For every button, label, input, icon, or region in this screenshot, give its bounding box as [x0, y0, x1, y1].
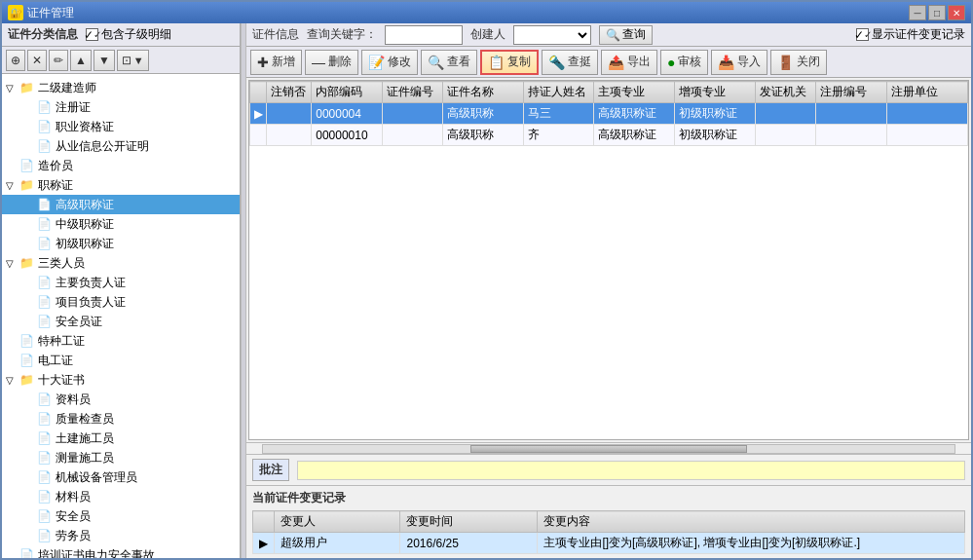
search-icon: 🔍 [606, 28, 620, 42]
table-cell [382, 103, 442, 125]
tree-item-1[interactable]: ▽📁二级建造师 [2, 78, 240, 97]
table-cell: 齐 [523, 125, 594, 146]
tree-item-label: 特种工证 [38, 333, 85, 350]
audit-button[interactable]: ● 审核 [660, 50, 708, 75]
cert-table: 注销否内部编码证件编号证件名称持证人姓名主项专业增项专业发证机关注册编号注册单位… [249, 81, 968, 146]
tree-add-icon: ⊕ [11, 54, 20, 67]
tree-item-16[interactable]: ▽📁十大证书 [2, 370, 240, 390]
h-scrollbar-thumb[interactable] [470, 445, 747, 453]
table-cell [756, 125, 816, 146]
records-table: 变更人变更时间变更内容 ▶超级用户2016/6/25主项专业由[]变为[高级职称… [252, 510, 965, 554]
show-records-label[interactable]: ✓ 显示证件变更记录 [856, 26, 965, 43]
view-button[interactable]: 🔍 查看 [421, 50, 477, 75]
window-icon: 🔐 [8, 5, 23, 20]
close-button[interactable]: 🚪 关闭 [770, 50, 827, 75]
tree-item-14[interactable]: 📄特种工证 [2, 331, 240, 351]
cert-table-container[interactable]: 注销否内部编码证件编号证件名称持证人姓名主项专业增项专业发证机关注册编号注册单位… [248, 80, 969, 440]
close-window-button[interactable]: ✕ [948, 5, 965, 20]
tree-item-15[interactable]: 📄电工证 [2, 351, 240, 370]
left-panel-title: 证件分类信息 [8, 26, 78, 43]
folder-icon: 📁 [19, 373, 34, 387]
edit-button[interactable]: 📝 修改 [361, 50, 418, 75]
check-icon: 🔦 [548, 55, 565, 70]
tree-item-5[interactable]: 📄造价员 [2, 156, 240, 175]
tree-item-3[interactable]: 📄职业资格证 [2, 117, 240, 136]
horizontal-scroll-area[interactable] [246, 442, 971, 454]
add-button[interactable]: ✚ 新增 [250, 50, 302, 75]
export-button[interactable]: 📤 导出 [601, 50, 657, 75]
copy-button[interactable]: 📋 复制 [480, 50, 539, 75]
doc-icon: 📄 [37, 431, 52, 445]
table-cell: 初级职称证 [675, 125, 756, 146]
batch-content[interactable] [297, 461, 965, 480]
table-cell: 初级职称证 [675, 103, 756, 125]
table-row[interactable]: ▶0000004高级职称马三高级职称证初级职称证 [250, 103, 968, 125]
records-cell-1: 2016/6/25 [400, 533, 538, 554]
doc-icon: 📄 [19, 548, 34, 558]
tree-item-22[interactable]: 📄材料员 [2, 487, 240, 506]
include-sub-checkbox[interactable]: ✓ [86, 28, 98, 41]
tree-item-2[interactable]: 📄注册证 [2, 97, 240, 117]
left-panel-header: 证件分类信息 ✓ 包含子级明细 [2, 23, 240, 47]
tree-item-19[interactable]: 📄土建施工员 [2, 429, 240, 448]
tree-item-9[interactable]: 📄初级职称证 [2, 234, 240, 253]
doc-icon: 📄 [37, 490, 52, 504]
minimize-button[interactable]: ─ [909, 5, 926, 20]
bottom-sections: 批注 当前证件变更记录 变更人变更时间变更内容 ▶超级用户2016/6/25主项… [246, 454, 971, 558]
tree-item-17[interactable]: 📄资料员 [2, 390, 240, 409]
delete-button[interactable]: — 删除 [305, 50, 358, 75]
check-button[interactable]: 🔦 查挺 [542, 50, 598, 75]
tree-edit-button[interactable]: ✏ [49, 50, 68, 71]
table-cell: 高级职称 [442, 125, 523, 146]
tree-item-label: 从业信息公开证明 [56, 138, 149, 155]
tree-item-10[interactable]: ▽📁三类人员 [2, 253, 240, 273]
left-panel: 证件分类信息 ✓ 包含子级明细 ⊕ ✕ ✏ ▲ [2, 23, 241, 558]
tree-down-button[interactable]: ▼ [94, 50, 115, 71]
query-button[interactable]: 🔍 查询 [599, 25, 653, 45]
tree-new-button[interactable]: ⊕ [6, 50, 25, 71]
h-scrollbar[interactable] [262, 444, 955, 454]
doc-icon: 📄 [19, 354, 34, 367]
tree-item-24[interactable]: 📄劳务员 [2, 526, 240, 545]
include-sub-label[interactable]: ✓ 包含子级明细 [86, 26, 171, 43]
restore-button[interactable]: □ [928, 5, 946, 20]
tree-item-label: 机械设备管理员 [56, 469, 137, 486]
tree-delete-button[interactable]: ✕ [27, 50, 47, 71]
records-row-indicator: ▶ [253, 533, 275, 554]
tree-item-label: 中级职称证 [56, 216, 114, 233]
tree-up-button[interactable]: ▲ [70, 50, 92, 71]
tree-item-20[interactable]: 📄测量施工员 [2, 448, 240, 467]
col-header-5: 持证人姓名 [523, 82, 594, 103]
tree-item-13[interactable]: 📄安全员证 [2, 312, 240, 331]
tree-more-button[interactable]: ⊡ ▼ [117, 50, 149, 71]
tree-item-7[interactable]: 📄高级职称证 [2, 195, 240, 214]
creator-select[interactable] [513, 25, 591, 45]
expand-arrow: ▽ [6, 83, 18, 93]
import-button[interactable]: 📥 导入 [711, 50, 767, 75]
tree-delete-icon: ✕ [32, 54, 42, 67]
tree-container[interactable]: ▽📁二级建造师 📄注册证 📄职业资格证 📄从业信息公开证明 📄造价员▽📁职称证 … [2, 74, 240, 558]
tree-item-21[interactable]: 📄机械设备管理员 [2, 467, 240, 487]
tree-item-8[interactable]: 📄中级职称证 [2, 214, 240, 234]
show-records-checkbox[interactable]: ✓ [856, 28, 869, 41]
records-section: 当前证件变更记录 变更人变更时间变更内容 ▶超级用户2016/6/25主项专业由… [246, 485, 971, 558]
doc-icon: 📄 [37, 276, 52, 289]
tree-item-label: 三类人员 [38, 255, 85, 272]
records-row[interactable]: ▶超级用户2016/6/25主项专业由[]变为[高级职称证], 增项专业由[]变… [253, 533, 965, 554]
tree-item-25[interactable]: 📄培训证书电力安全事故 [2, 545, 240, 558]
col-header-7: 增项专业 [675, 82, 756, 103]
tree-item-4[interactable]: 📄从业信息公开证明 [2, 136, 240, 156]
doc-icon: 📄 [37, 392, 52, 406]
tree-item-12[interactable]: 📄项目负责人证 [2, 292, 240, 312]
tree-item-23[interactable]: 📄安全员 [2, 506, 240, 526]
table-row[interactable]: 00000010高级职称齐高级职称证初级职称证 [250, 125, 968, 146]
show-records-text: 显示证件变更记录 [872, 26, 965, 43]
tree-item-label: 职称证 [38, 177, 73, 194]
title-bar-left: 🔐 证件管理 [8, 5, 74, 21]
search-input[interactable] [385, 25, 463, 45]
tree-item-6[interactable]: ▽📁职称证 [2, 175, 240, 195]
records-cell-0: 超级用户 [275, 533, 400, 554]
tree-item-11[interactable]: 📄主要负责人证 [2, 273, 240, 292]
export-icon: 📤 [608, 55, 624, 70]
tree-item-18[interactable]: 📄质量检查员 [2, 409, 240, 429]
